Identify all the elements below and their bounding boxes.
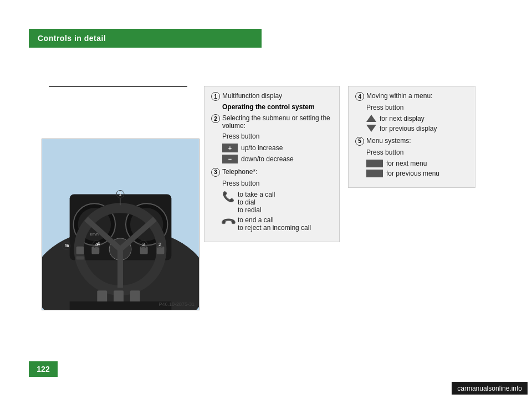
left-info-box: 1 Multifunction display Operating the co… [204,86,340,242]
btn-up-row: + up/to increase [222,144,332,152]
phone-end-call: to end a call [238,216,311,224]
phone-take-call: to take a call [238,191,275,198]
right-info-box: 4 Moving within a menu: Press button for… [348,86,475,188]
page-number: 122 [37,365,49,374]
phone-red-labels: to end a call to reject an incoming call [238,216,311,232]
section-3-press: Press button [222,179,332,188]
section-5-header: 5 Menu systems: [355,137,468,146]
section-4-title-text: Moving within a menu: [366,92,432,100]
svg-rect-33 [114,290,124,303]
btn-down-row: − down/to decrease [222,155,332,163]
menu-prev-icon [366,170,383,177]
watermark-text: carmanualsonline.info [457,385,522,392]
circle-2: 2 [211,114,220,123]
section-2-sub: Press button + up/to increase − down/to … [222,132,332,163]
section-2-press: Press button [222,132,332,141]
section-4-press: Press button [366,103,468,112]
phone-dial: to dial [238,198,275,206]
circle-1: 1 [211,92,220,101]
menu-next-icon [366,160,383,167]
section-5-sub: Press button for next menu for previous … [366,148,468,177]
top-bar: Controls in detail [29,29,262,48]
menu-prev-row: for previous menu [366,170,468,177]
section-2-header: 2 Selecting the submenu or setting the v… [211,114,332,130]
svg-rect-35 [70,301,172,310]
section-4-sub: Press button for next display for previo… [366,103,468,132]
svg-text:1: 1 [119,191,122,197]
section-4-title: Moving within a menu: [366,92,432,100]
menu-next-row: for next menu [366,160,468,167]
phone-green-row: 📞 to take a call to dial to redial [222,191,332,214]
car-image: km/h ★ 5 5 4 4 3 2 1 [42,139,200,310]
phone-reject: to reject an incoming call [238,224,311,232]
svg-text:4: 4 [95,242,98,247]
svg-rect-15 [76,257,84,260]
section-5-press: Press button [366,148,468,157]
nav-up-row: for next display [366,115,468,122]
section-3-header: 3 Telephone*: [211,168,332,177]
image-caption: P46.10-2875-31 [158,301,195,307]
phone-green-icon: 📞 [222,191,234,203]
section-1-title: Multifunction display [222,92,282,100]
steering-wheel-svg: km/h ★ 5 5 4 4 3 2 1 [42,139,199,310]
svg-rect-34 [130,290,140,303]
triangle-down-icon [366,125,376,132]
top-bar-title: Controls in detail [38,34,106,43]
phone-end-icon: 📞 [219,213,237,231]
circle-3: 3 [211,168,220,177]
divider-line [49,86,187,87]
phone-red-row: 📞 to end a call to reject an incoming ca… [222,216,332,232]
svg-text:3: 3 [142,242,145,247]
nav-down-row: for previous display [366,125,468,132]
menu-next-label: for next menu [386,160,427,167]
svg-text:km/h: km/h [90,232,99,236]
minus-icon: − [222,155,238,163]
circle-4: 4 [355,92,364,101]
section-3-title: Telephone*: [222,168,257,176]
section-3-sub: Press button 📞 to take a call to dial to… [222,179,332,232]
phone-green-labels: to take a call to dial to redial [238,191,275,214]
btn-up-label: up/to increase [241,144,283,152]
svg-rect-14 [76,247,84,254]
circle-5: 5 [355,137,364,146]
svg-rect-32 [97,290,107,303]
watermark-bar: carmanualsonline.info [452,382,528,395]
menu-prev-label: for previous menu [386,170,439,177]
section-1-bold: Operating the control system [222,103,332,111]
section-2-title: Selecting the submenu or setting the vol… [222,114,332,130]
plus-icon: + [222,144,238,152]
phone-redial: to redial [238,206,275,214]
svg-text:5: 5 [65,243,68,248]
section-4-header: 4 Moving within a menu: [355,92,468,101]
triangle-up-icon [366,115,376,122]
btn-down-label: down/to decrease [241,155,294,163]
section-1-header: 1 Multifunction display [211,92,332,101]
nav-up-label: for next display [380,115,424,122]
nav-down-label: for previous display [380,125,437,132]
section-5-title: Menu systems: [366,137,411,145]
page-number-box: 122 [29,361,58,377]
svg-text:2: 2 [158,242,161,247]
